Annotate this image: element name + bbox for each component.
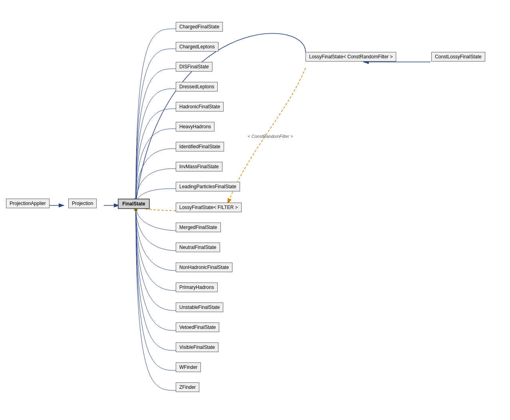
node-zfinder: ZFinder [176,382,199,392]
node-unstablefinalstate: UnstableFinalState [176,303,223,312]
node-projection: Projection [68,199,97,208]
node-wfinder: WFinder [176,362,201,372]
node-lossyfinalstateconstrand: LossyFinalState< ConstRandomFilter > [306,52,396,62]
node-constlossyfinalstate: ConstLossyFinalState [431,52,485,62]
node-visiblefinalstate: VisibleFinalState [176,342,218,352]
node-identifiedfinalstate: IdentifiedFinalState [176,142,224,151]
node-invmassfinalstate: InvMassFinalState [176,162,222,171]
node-heavyhadrons: HeavyHadrons [176,122,214,131]
node-projectionapplier: ProjectionApplier [6,199,50,208]
node-hadronicfinalstate: HadronicFinalState [176,102,224,111]
node-leadingparticlesfinalstate: LeadingParticlesFinalState [176,182,240,191]
node-dressedleptons: DressedLeptons [176,82,218,92]
node-nonhadronicfinalstate: NonHadronicFinalState [176,263,232,272]
node-vetoedfinalstate: VetoedFinalState [176,322,219,332]
diagram-container: FinalState Projection ProjectionApplier … [0,0,510,420]
node-lossyfinalstatefilter: LossyFinalState< FILTER > [176,203,242,212]
node-neutralfinalstate: NeutralFinalState [176,243,220,252]
node-primaryhadrons: PrimaryHadrons [176,283,218,292]
node-disfinalstate: DISFinalState [176,62,212,72]
diagram-svg [0,0,510,420]
node-chargedfinalstate: ChargedFinalState [176,22,223,32]
template-label: < ConstRandomFilter > [248,134,293,139]
node-mergedfinalstate: MergedFinalState [176,223,221,232]
node-chargedleptons: ChargedLeptons [176,42,218,52]
node-finalstate: FinalState [118,199,150,209]
